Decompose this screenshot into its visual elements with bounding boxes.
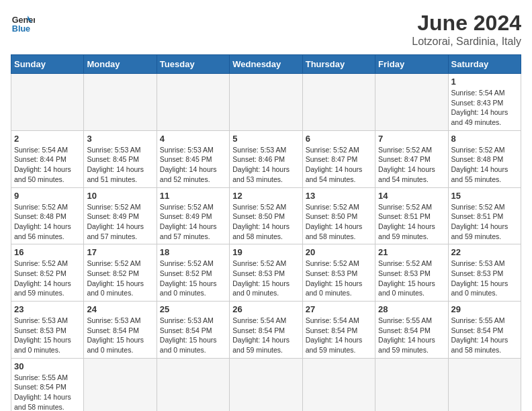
- day-info: Sunrise: 5:55 AM Sunset: 8:54 PM Dayligh…: [378, 316, 445, 355]
- day-number: 30: [14, 361, 81, 371]
- day-number: 19: [232, 247, 299, 257]
- day-number: 28: [378, 304, 445, 314]
- day-number: 12: [232, 191, 299, 201]
- location-title: Lotzorai, Sardinia, Italy: [412, 36, 521, 48]
- day-number: 25: [160, 304, 226, 314]
- day-info: Sunrise: 5:53 AM Sunset: 8:54 PM Dayligh…: [160, 316, 226, 355]
- svg-text:Blue: Blue: [12, 24, 30, 34]
- weekday-header-saturday: Saturday: [448, 55, 521, 74]
- day-info: Sunrise: 5:53 AM Sunset: 8:45 PM Dayligh…: [87, 145, 153, 185]
- day-info: Sunrise: 5:52 AM Sunset: 8:48 PM Dayligh…: [451, 145, 518, 185]
- day-number: 14: [378, 191, 445, 201]
- calendar-day-cell: 7Sunrise: 5:52 AM Sunset: 8:47 PM Daylig…: [375, 130, 448, 187]
- day-info: Sunrise: 5:54 AM Sunset: 8:54 PM Dayligh…: [306, 316, 372, 355]
- day-number: 11: [160, 191, 226, 201]
- calendar-day-cell: 29Sunrise: 5:55 AM Sunset: 8:54 PM Dayli…: [448, 302, 521, 359]
- calendar-day-cell: [11, 74, 84, 131]
- calendar-day-cell: 24Sunrise: 5:53 AM Sunset: 8:54 PM Dayli…: [84, 302, 157, 359]
- calendar-day-cell: 14Sunrise: 5:52 AM Sunset: 8:51 PM Dayli…: [375, 187, 448, 244]
- calendar-week-row: 9Sunrise: 5:52 AM Sunset: 8:48 PM Daylig…: [11, 187, 521, 244]
- calendar-day-cell: 30Sunrise: 5:55 AM Sunset: 8:54 PM Dayli…: [11, 358, 84, 411]
- calendar-week-row: 16Sunrise: 5:52 AM Sunset: 8:52 PM Dayli…: [11, 244, 521, 302]
- weekday-header-row: SundayMondayTuesdayWednesdayThursdayFrid…: [11, 55, 521, 74]
- day-info: Sunrise: 5:52 AM Sunset: 8:52 PM Dayligh…: [160, 259, 226, 298]
- calendar-day-cell: 15Sunrise: 5:52 AM Sunset: 8:51 PM Dayli…: [448, 187, 521, 244]
- day-number: 29: [451, 304, 518, 314]
- day-number: 10: [87, 191, 153, 201]
- day-info: Sunrise: 5:53 AM Sunset: 8:53 PM Dayligh…: [451, 259, 518, 298]
- day-number: 18: [160, 247, 226, 257]
- calendar-day-cell: [375, 358, 448, 411]
- day-info: Sunrise: 5:52 AM Sunset: 8:51 PM Dayligh…: [451, 202, 518, 242]
- calendar-day-cell: [448, 358, 521, 411]
- logo-icon: General Blue: [11, 11, 35, 35]
- calendar-day-cell: 4Sunrise: 5:53 AM Sunset: 8:45 PM Daylig…: [157, 130, 229, 187]
- day-info: Sunrise: 5:52 AM Sunset: 8:50 PM Dayligh…: [232, 202, 299, 242]
- calendar-day-cell: [84, 358, 157, 411]
- calendar-day-cell: 26Sunrise: 5:54 AM Sunset: 8:54 PM Dayli…: [230, 302, 302, 359]
- calendar-table: SundayMondayTuesdayWednesdayThursdayFrid…: [11, 54, 521, 411]
- day-number: 15: [451, 191, 518, 201]
- page-header: General Blue June 2024 Lotzorai, Sardini…: [11, 11, 521, 48]
- title-area: June 2024 Lotzorai, Sardinia, Italy: [412, 11, 521, 48]
- day-number: 17: [87, 247, 153, 257]
- day-info: Sunrise: 5:55 AM Sunset: 8:54 PM Dayligh…: [451, 316, 518, 355]
- day-number: 7: [378, 134, 445, 144]
- calendar-day-cell: 1Sunrise: 5:54 AM Sunset: 8:43 PM Daylig…: [448, 74, 521, 131]
- day-number: 6: [306, 134, 372, 144]
- day-info: Sunrise: 5:54 AM Sunset: 8:54 PM Dayligh…: [232, 316, 299, 355]
- day-info: Sunrise: 5:52 AM Sunset: 8:52 PM Dayligh…: [14, 259, 81, 298]
- day-info: Sunrise: 5:52 AM Sunset: 8:53 PM Dayligh…: [232, 259, 299, 298]
- calendar-day-cell: 10Sunrise: 5:52 AM Sunset: 8:49 PM Dayli…: [84, 187, 157, 244]
- day-number: 22: [451, 247, 518, 257]
- calendar-day-cell: 20Sunrise: 5:52 AM Sunset: 8:53 PM Dayli…: [302, 244, 375, 302]
- calendar-day-cell: 23Sunrise: 5:53 AM Sunset: 8:53 PM Dayli…: [11, 302, 84, 359]
- day-info: Sunrise: 5:52 AM Sunset: 8:47 PM Dayligh…: [378, 145, 445, 185]
- calendar-day-cell: 11Sunrise: 5:52 AM Sunset: 8:49 PM Dayli…: [157, 187, 229, 244]
- day-info: Sunrise: 5:52 AM Sunset: 8:47 PM Dayligh…: [306, 145, 372, 185]
- day-number: 20: [306, 247, 372, 257]
- calendar-day-cell: [230, 74, 302, 131]
- day-info: Sunrise: 5:52 AM Sunset: 8:50 PM Dayligh…: [306, 202, 372, 242]
- calendar-week-row: 1Sunrise: 5:54 AM Sunset: 8:43 PM Daylig…: [11, 74, 521, 131]
- calendar-day-cell: 3Sunrise: 5:53 AM Sunset: 8:45 PM Daylig…: [84, 130, 157, 187]
- day-number: 24: [87, 304, 153, 314]
- day-number: 5: [232, 134, 299, 144]
- calendar-day-cell: 28Sunrise: 5:55 AM Sunset: 8:54 PM Dayli…: [375, 302, 448, 359]
- weekday-header-tuesday: Tuesday: [157, 55, 229, 74]
- day-info: Sunrise: 5:52 AM Sunset: 8:49 PM Dayligh…: [160, 202, 226, 242]
- day-number: 4: [160, 134, 226, 144]
- day-info: Sunrise: 5:53 AM Sunset: 8:45 PM Dayligh…: [160, 145, 226, 185]
- day-info: Sunrise: 5:52 AM Sunset: 8:53 PM Dayligh…: [378, 259, 445, 298]
- day-number: 16: [14, 247, 81, 257]
- calendar-day-cell: 18Sunrise: 5:52 AM Sunset: 8:52 PM Dayli…: [157, 244, 229, 302]
- day-info: Sunrise: 5:52 AM Sunset: 8:52 PM Dayligh…: [87, 259, 153, 298]
- calendar-day-cell: 2Sunrise: 5:54 AM Sunset: 8:44 PM Daylig…: [11, 130, 84, 187]
- calendar-day-cell: 8Sunrise: 5:52 AM Sunset: 8:48 PM Daylig…: [448, 130, 521, 187]
- day-number: 2: [14, 134, 81, 144]
- day-info: Sunrise: 5:53 AM Sunset: 8:54 PM Dayligh…: [87, 316, 153, 355]
- weekday-header-wednesday: Wednesday: [230, 55, 302, 74]
- day-info: Sunrise: 5:52 AM Sunset: 8:49 PM Dayligh…: [87, 202, 153, 242]
- calendar-day-cell: 13Sunrise: 5:52 AM Sunset: 8:50 PM Dayli…: [302, 187, 375, 244]
- day-number: 27: [306, 304, 372, 314]
- day-info: Sunrise: 5:55 AM Sunset: 8:54 PM Dayligh…: [14, 373, 81, 411]
- day-number: 8: [451, 134, 518, 144]
- calendar-day-cell: 6Sunrise: 5:52 AM Sunset: 8:47 PM Daylig…: [302, 130, 375, 187]
- day-number: 3: [87, 134, 153, 144]
- calendar-day-cell: [157, 74, 229, 131]
- day-number: 26: [232, 304, 299, 314]
- calendar-day-cell: 17Sunrise: 5:52 AM Sunset: 8:52 PM Dayli…: [84, 244, 157, 302]
- calendar-day-cell: [375, 74, 448, 131]
- day-info: Sunrise: 5:52 AM Sunset: 8:53 PM Dayligh…: [306, 259, 372, 298]
- day-number: 1: [451, 77, 518, 87]
- calendar-day-cell: [302, 74, 375, 131]
- day-number: 23: [14, 304, 81, 314]
- day-number: 13: [306, 191, 372, 201]
- day-number: 9: [14, 191, 81, 201]
- calendar-day-cell: 27Sunrise: 5:54 AM Sunset: 8:54 PM Dayli…: [302, 302, 375, 359]
- weekday-header-friday: Friday: [375, 55, 448, 74]
- calendar-day-cell: [157, 358, 229, 411]
- day-info: Sunrise: 5:54 AM Sunset: 8:44 PM Dayligh…: [14, 145, 81, 185]
- calendar-day-cell: 12Sunrise: 5:52 AM Sunset: 8:50 PM Dayli…: [230, 187, 302, 244]
